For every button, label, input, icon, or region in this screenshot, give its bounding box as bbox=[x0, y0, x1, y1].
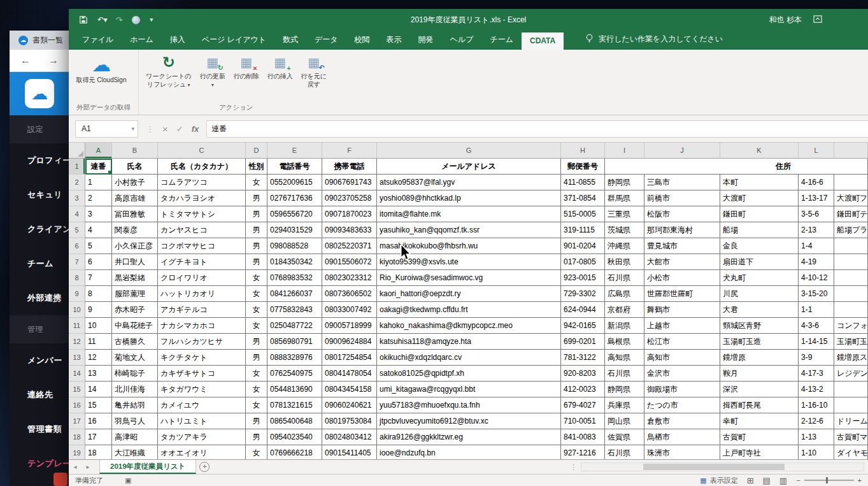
cell-K16[interactable]: 揖西町長尾 bbox=[720, 397, 799, 413]
cell-C3[interactable]: タカハラヨシオ bbox=[158, 190, 246, 206]
cell-I4[interactable]: 三重県 bbox=[605, 206, 644, 222]
cell-J6[interactable]: 豊見城市 bbox=[644, 238, 720, 254]
cell-M3[interactable]: 大渡町フ bbox=[834, 190, 868, 206]
cell-I13[interactable]: 高知県 bbox=[605, 350, 644, 366]
cell-J7[interactable]: 大館市 bbox=[644, 254, 720, 270]
row-header-15[interactable]: 15 bbox=[69, 382, 85, 397]
row-header-10[interactable]: 10 bbox=[69, 302, 85, 318]
row-header-18[interactable]: 18 bbox=[69, 429, 85, 445]
normal-view-icon[interactable] bbox=[747, 476, 754, 485]
cell-H6[interactable]: 901-0204 bbox=[561, 238, 605, 254]
cell-G8[interactable]: Rio_Kuroiwa@sesadimwoc.vg bbox=[377, 270, 561, 286]
cell-C6[interactable]: コクボマサヒコ bbox=[158, 238, 246, 254]
ribbon-tab[interactable]: データ bbox=[306, 31, 346, 50]
cell-H3[interactable]: 371-0854 bbox=[561, 190, 605, 206]
cell-E18[interactable]: 0954023540 bbox=[267, 429, 322, 445]
cell-F14[interactable]: 08041478054 bbox=[322, 366, 377, 382]
cell-M11[interactable]: コンフォ bbox=[834, 318, 868, 334]
insert-function-icon[interactable] bbox=[192, 124, 199, 134]
cell-F11[interactable]: 09005718999 bbox=[322, 318, 377, 334]
cell-E1[interactable]: 電話番号 bbox=[267, 159, 322, 175]
cell-L7[interactable]: 4-19 bbox=[799, 254, 834, 270]
cell-E14[interactable]: 0762540975 bbox=[267, 366, 322, 382]
cell-C19[interactable]: オオエイオリ bbox=[158, 445, 246, 459]
cell-E11[interactable]: 0250487722 bbox=[267, 318, 322, 334]
cell-G12[interactable]: katsuhisa118@amqyze.hta bbox=[377, 334, 561, 350]
ribbon-tab[interactable]: 校閲 bbox=[346, 31, 378, 50]
cell-E4[interactable]: 0596556720 bbox=[267, 206, 322, 222]
cell-D18[interactable]: 男 bbox=[246, 429, 267, 445]
cell-C4[interactable]: トミタマサトシ bbox=[158, 206, 246, 222]
column-header-A[interactable]: A bbox=[85, 143, 112, 158]
name-box[interactable]: A1 bbox=[75, 120, 138, 138]
cell-B15[interactable]: 北川佳海 bbox=[112, 382, 158, 397]
cell-G13[interactable]: okikuchi@xdqzldqarc.cv bbox=[377, 350, 561, 366]
cell-G10[interactable]: oakagi@tkedwmp.cffdu.frt bbox=[377, 302, 561, 318]
cell-B1[interactable]: 氏名 bbox=[112, 159, 158, 175]
column-header-B[interactable]: B bbox=[112, 143, 158, 158]
cell-M12[interactable]: 玉湯町玉 bbox=[834, 334, 868, 350]
cell-J15[interactable]: 御殿場市 bbox=[644, 382, 720, 397]
row-header-14[interactable]: 14 bbox=[69, 366, 85, 382]
cell-L8[interactable]: 4-10-12 bbox=[799, 270, 834, 286]
row-header-7[interactable]: 7 bbox=[69, 254, 85, 270]
cell-H12[interactable]: 699-0201 bbox=[561, 334, 605, 350]
ribbon-tab[interactable]: 挿入 bbox=[162, 31, 194, 50]
touch-mouse-mode-icon[interactable] bbox=[132, 16, 140, 24]
cell-G14[interactable]: satoko81025@qpidtpf.xh bbox=[377, 366, 561, 382]
cell-H9[interactable]: 729-3302 bbox=[561, 286, 605, 302]
cell-L17[interactable]: 2-12-6 bbox=[799, 413, 834, 429]
cell-I17[interactable]: 岡山県 bbox=[605, 413, 644, 429]
cell-I12[interactable]: 島根県 bbox=[605, 334, 644, 350]
column-header-H[interactable]: H bbox=[561, 143, 605, 158]
cell-L13[interactable]: 3-9 bbox=[799, 350, 834, 366]
cell-L5[interactable]: 2-13 bbox=[799, 222, 834, 238]
cell-F4[interactable]: 09071870023 bbox=[322, 206, 377, 222]
cell-F16[interactable]: 09060240621 bbox=[322, 397, 377, 413]
account-name[interactable]: 和也 杉本 bbox=[769, 15, 802, 25]
cell-J2[interactable]: 三島市 bbox=[644, 175, 720, 190]
cell-L14[interactable]: 4-17-3 bbox=[799, 366, 834, 382]
cell-F12[interactable]: 09009624884 bbox=[322, 334, 377, 350]
ribbon-tab[interactable]: ホーム bbox=[122, 31, 162, 50]
ribbon-button[interactable]: 行の削除 bbox=[231, 52, 262, 82]
cell-I7[interactable]: 秋田県 bbox=[605, 254, 644, 270]
column-header-C[interactable]: C bbox=[158, 143, 246, 158]
cell-C10[interactable]: アカギテルコ bbox=[158, 302, 246, 318]
row-header-6[interactable]: 6 bbox=[69, 238, 85, 254]
cell-C8[interactable]: クロイワリオ bbox=[158, 270, 246, 286]
row-header-11[interactable]: 11 bbox=[69, 318, 85, 334]
cell-I19[interactable]: 石川県 bbox=[605, 445, 644, 459]
macro-record-icon[interactable] bbox=[125, 476, 131, 485]
cell-G19[interactable]: iooe@ndzufq.bn bbox=[377, 445, 561, 459]
cell-M9[interactable] bbox=[834, 286, 868, 302]
cell-K15[interactable]: 深沢 bbox=[720, 382, 799, 397]
cell-C16[interactable]: カメイユウ bbox=[158, 397, 246, 413]
cell-K12[interactable]: 玉湯町玉造 bbox=[720, 334, 799, 350]
cell-M18[interactable]: 古賀町マ bbox=[834, 429, 868, 445]
cell-B16[interactable]: 亀井結羽 bbox=[112, 397, 158, 413]
cell-A5[interactable]: 4 bbox=[85, 222, 112, 238]
cell-C12[interactable]: フルハシカツヒサ bbox=[158, 334, 246, 350]
formula-bar-splitter[interactable] bbox=[146, 124, 154, 134]
cell-L19[interactable]: 1-10 bbox=[799, 445, 834, 459]
page-layout-view-icon[interactable] bbox=[763, 476, 771, 485]
cell-E19[interactable]: 0769666218 bbox=[267, 445, 322, 459]
horizontal-scrollbar[interactable] bbox=[581, 462, 864, 471]
cell-K3[interactable]: 大渡町 bbox=[720, 190, 799, 206]
cell-J11[interactable]: 上越市 bbox=[644, 318, 720, 334]
cell-H7[interactable]: 017-0805 bbox=[561, 254, 605, 270]
cell-J10[interactable]: 舞鶴市 bbox=[644, 302, 720, 318]
cell-B17[interactable]: 羽鳥弓人 bbox=[112, 413, 158, 429]
cell-D14[interactable]: 女 bbox=[246, 366, 267, 382]
cell-I6[interactable]: 沖縄県 bbox=[605, 238, 644, 254]
notification-badge[interactable] bbox=[53, 473, 68, 486]
row-header-19[interactable]: 19 bbox=[69, 445, 85, 459]
cell-J14[interactable]: 金沢市 bbox=[644, 366, 720, 382]
cell-D2[interactable]: 女 bbox=[246, 175, 267, 190]
cell-A9[interactable]: 8 bbox=[85, 286, 112, 302]
cell-K8[interactable]: 犬丸町 bbox=[720, 270, 799, 286]
cell-I9[interactable]: 広島県 bbox=[605, 286, 644, 302]
cell-K7[interactable]: 扇田道下 bbox=[720, 254, 799, 270]
ribbon-tab[interactable]: チーム bbox=[481, 31, 522, 50]
